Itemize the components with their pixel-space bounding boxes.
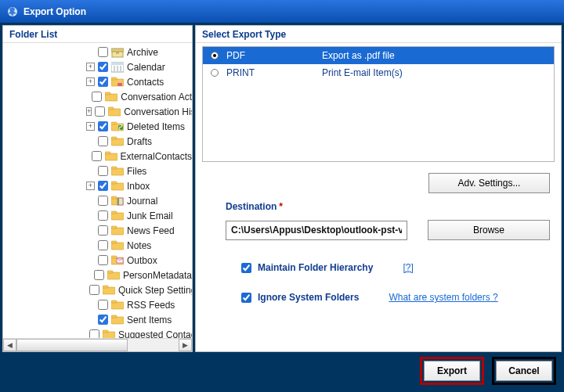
folder-tree-item[interactable]: Conversation Act bbox=[3, 89, 192, 104]
folder-icon bbox=[111, 225, 124, 236]
folder-tree-item[interactable]: PersonMetadata bbox=[3, 268, 192, 282]
export-button[interactable]: Export bbox=[424, 361, 480, 381]
folder-tree-item[interactable]: ExternalContacts bbox=[3, 149, 192, 164]
folder-tree-item[interactable]: +Inbox bbox=[3, 178, 192, 193]
folder-icon bbox=[107, 270, 120, 281]
folder-checkbox[interactable] bbox=[98, 121, 108, 131]
folder-label: ExternalContacts bbox=[121, 151, 192, 162]
folder-tree-item[interactable]: Journal bbox=[3, 193, 192, 208]
folder-icon bbox=[111, 136, 124, 147]
export-type-row[interactable]: PDFExport as .pdf file bbox=[203, 47, 554, 64]
folder-checkbox[interactable] bbox=[95, 106, 105, 117]
folder-checkbox[interactable] bbox=[98, 210, 108, 221]
folder-label: Journal bbox=[127, 196, 157, 207]
maintain-hierarchy-row: Maintain Folder Hierarchy [?] bbox=[241, 262, 561, 273]
folder-tree-item[interactable]: Outbox bbox=[3, 253, 192, 268]
scroll-thumb[interactable] bbox=[16, 339, 128, 351]
folder-checkbox[interactable] bbox=[98, 166, 108, 176]
tree-expander-icon[interactable]: + bbox=[86, 122, 95, 131]
folder-checkbox[interactable] bbox=[98, 225, 108, 236]
folder-tree-item[interactable]: Files bbox=[3, 164, 192, 178]
folder-list-panel: Folder List Archive+Calendar+ContactsCon… bbox=[2, 25, 193, 352]
folder-tree-item[interactable]: +Deleted Items bbox=[3, 119, 192, 134]
tree-expander-icon[interactable]: + bbox=[86, 77, 95, 86]
folder-checkbox[interactable] bbox=[89, 329, 99, 338]
folder-tree-item[interactable]: News Feed bbox=[3, 223, 192, 238]
tree-expander-icon bbox=[86, 226, 95, 235]
folder-tree-item[interactable]: Junk Email bbox=[3, 208, 192, 223]
folder-checkbox[interactable] bbox=[98, 315, 108, 325]
folder-icon bbox=[105, 151, 118, 162]
ignore-system-checkbox[interactable] bbox=[241, 293, 251, 303]
folder-list-heading: Folder List bbox=[3, 26, 192, 43]
tree-expander-icon[interactable]: + bbox=[86, 63, 95, 71]
svg-rect-12 bbox=[118, 83, 122, 86]
folder-label: Outbox bbox=[127, 255, 157, 266]
system-folders-help-link[interactable]: What are system folders ? bbox=[389, 292, 497, 303]
window-title: Export Option bbox=[24, 6, 86, 17]
folder-tree-item[interactable]: Quick Step Setting bbox=[3, 282, 192, 297]
ignore-system-row: Ignore System Folders What are system fo… bbox=[241, 292, 561, 303]
svg-rect-29 bbox=[111, 196, 117, 199]
folder-tree-item[interactable]: Sent Items bbox=[3, 312, 192, 327]
folder-tree-item[interactable]: +Contacts bbox=[3, 74, 192, 89]
tree-expander-icon bbox=[86, 137, 95, 146]
folder-checkbox[interactable] bbox=[98, 47, 108, 57]
folder-tree-item[interactable]: Suggested Contac bbox=[3, 327, 192, 338]
maintain-hierarchy-checkbox[interactable] bbox=[241, 263, 251, 273]
export-type-radio[interactable] bbox=[211, 52, 219, 59]
folder-checkbox[interactable] bbox=[98, 77, 108, 87]
tree-expander-icon bbox=[86, 256, 95, 264]
export-type-code: PRINT bbox=[226, 67, 322, 78]
folder-tree-item[interactable]: RSS Feeds bbox=[3, 297, 192, 312]
svg-rect-21 bbox=[111, 137, 117, 139]
export-type-radio[interactable] bbox=[211, 69, 219, 77]
export-type-row[interactable]: PRINTPrint E-mail Item(s) bbox=[203, 64, 554, 81]
folder-checkbox[interactable] bbox=[98, 62, 108, 72]
folder-checkbox[interactable] bbox=[98, 196, 108, 206]
folder-label: Calendar bbox=[127, 62, 165, 73]
svg-rect-36 bbox=[111, 243, 124, 250]
folder-checkbox[interactable] bbox=[98, 136, 108, 146]
export-options-panel: Select Export Type PDFExport as .pdf fil… bbox=[195, 25, 562, 352]
contacts-icon bbox=[111, 77, 124, 88]
folder-checkbox[interactable] bbox=[94, 270, 104, 280]
advanced-settings-button[interactable]: Adv. Settings... bbox=[428, 173, 550, 193]
scroll-right-button[interactable]: ▶ bbox=[179, 339, 192, 351]
maintain-hierarchy-help-link[interactable]: [?] bbox=[403, 262, 413, 273]
scroll-left-button[interactable]: ◀ bbox=[3, 339, 16, 351]
folder-tree-item[interactable]: +Conversation Hist bbox=[3, 104, 192, 119]
browse-button[interactable]: Browse bbox=[428, 220, 550, 240]
svg-rect-49 bbox=[103, 332, 115, 339]
tree-expander-icon bbox=[86, 167, 95, 175]
svg-rect-48 bbox=[111, 315, 117, 318]
svg-rect-45 bbox=[111, 302, 124, 309]
tree-expander-icon bbox=[86, 241, 95, 250]
svg-rect-20 bbox=[111, 138, 124, 146]
folder-tree-item[interactable]: Drafts bbox=[3, 134, 192, 149]
svg-rect-34 bbox=[111, 228, 124, 235]
folder-checkbox[interactable] bbox=[98, 240, 108, 250]
cancel-button[interactable]: Cancel bbox=[496, 361, 552, 381]
export-type-desc: Print E-mail Item(s) bbox=[322, 67, 554, 78]
folder-tree-item[interactable]: +Calendar bbox=[3, 59, 192, 74]
folder-checkbox[interactable] bbox=[98, 255, 108, 265]
folder-checkbox[interactable] bbox=[89, 285, 99, 295]
folder-tree-item[interactable]: Archive bbox=[3, 45, 192, 59]
folder-checkbox[interactable] bbox=[98, 181, 108, 191]
folder-checkbox[interactable] bbox=[92, 151, 102, 161]
svg-rect-42 bbox=[107, 271, 113, 273]
horizontal-scrollbar[interactable]: ◀ ▶ bbox=[3, 338, 192, 351]
folder-tree-item[interactable]: Notes bbox=[3, 238, 192, 253]
svg-rect-32 bbox=[111, 213, 124, 220]
destination-input[interactable] bbox=[226, 221, 407, 240]
tree-expander-icon bbox=[86, 315, 95, 324]
folder-label: Conversation Hist bbox=[124, 106, 192, 117]
folder-checkbox[interactable] bbox=[92, 92, 102, 102]
tree-expander-icon[interactable]: + bbox=[86, 107, 92, 116]
tree-expander-icon[interactable]: + bbox=[86, 182, 95, 190]
folder-checkbox[interactable] bbox=[98, 300, 108, 310]
svg-rect-26 bbox=[111, 183, 124, 190]
svg-rect-41 bbox=[107, 272, 120, 279]
svg-rect-3 bbox=[116, 52, 119, 54]
